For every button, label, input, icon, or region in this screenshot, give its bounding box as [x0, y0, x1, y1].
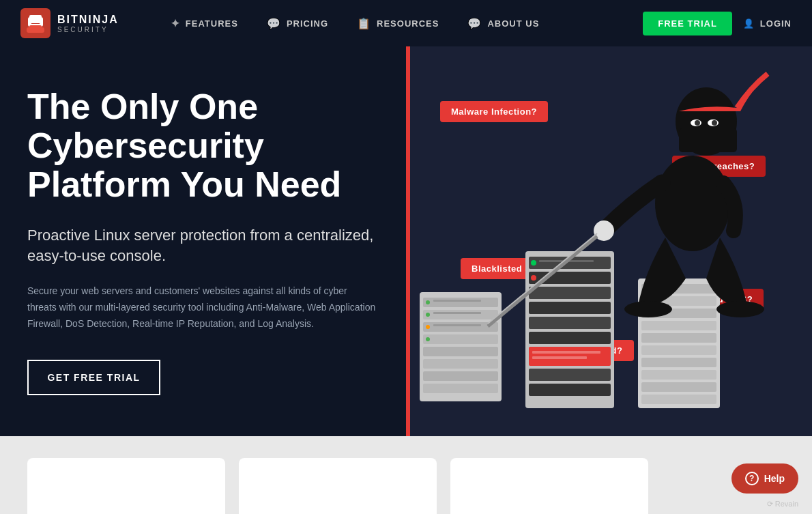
hero-section: The Only One Cybersecurity Platform You …: [0, 46, 812, 436]
ninja-body: [488, 74, 768, 326]
svg-rect-26: [529, 302, 611, 314]
svg-rect-10: [423, 322, 498, 332]
logo[interactable]: BITNINJA SECURITY: [20, 8, 119, 38]
free-trial-button[interactable]: FREE TRIAL: [643, 12, 732, 35]
svg-rect-6: [433, 300, 481, 302]
nav-features[interactable]: ✦ FEATURES: [160, 12, 249, 35]
server-illustration: [406, 46, 812, 411]
svg-rect-15: [423, 347, 498, 356]
svg-point-24: [531, 275, 536, 281]
hero-left: The Only One Cybersecurity Platform You …: [0, 46, 406, 436]
svg-rect-45: [641, 395, 716, 404]
svg-rect-25: [529, 287, 611, 299]
svg-point-8: [426, 313, 430, 317]
nav-right: FREE TRIAL 👤 LOGIN: [643, 12, 792, 35]
brand-name: BITNINJA: [57, 14, 119, 26]
svg-rect-31: [532, 356, 587, 359]
svg-rect-43: [641, 370, 716, 380]
hero-description: Secure your web servers and customers' w…: [27, 283, 379, 332]
logo-svg: [25, 13, 46, 33]
svg-rect-2: [29, 25, 42, 29]
hero-title: The Only One Cybersecurity Platform You …: [27, 87, 379, 205]
svg-rect-28: [529, 332, 611, 344]
svg-rect-44: [641, 382, 716, 392]
navbar: BITNINJA SECURITY ✦ FEATURES 💬 PRICING 📋…: [0, 0, 812, 46]
svg-rect-42: [641, 358, 716, 367]
svg-rect-18: [423, 384, 498, 393]
logo-text: BITNINJA SECURITY: [57, 14, 119, 33]
hero-right: Malware Infection? Data Breaches? Blackl…: [406, 46, 812, 436]
login-button[interactable]: 👤 LOGIN: [743, 18, 792, 29]
svg-rect-12: [433, 324, 481, 326]
about-icon: 💬: [467, 17, 482, 30]
svg-rect-39: [641, 321, 716, 330]
nav-about[interactable]: 💬 ABOUT US: [456, 12, 550, 35]
nav-links: ✦ FEATURES 💬 PRICING 📋 RESOURCES 💬 ABOUT…: [160, 12, 643, 35]
svg-rect-9: [433, 312, 481, 314]
nav-pricing[interactable]: 💬 PRICING: [256, 12, 339, 35]
svg-rect-13: [423, 334, 498, 344]
logo-icon: [20, 8, 50, 38]
svg-rect-7: [423, 310, 498, 319]
review-card-2: [239, 458, 437, 514]
review-card-1: [27, 458, 225, 514]
svg-point-49: [695, 120, 700, 126]
svg-rect-33: [529, 384, 611, 396]
svg-point-56: [624, 301, 672, 317]
brand-sub: SECURITY: [57, 26, 119, 33]
svg-rect-30: [532, 351, 600, 354]
features-icon: ✦: [171, 17, 180, 30]
svg-rect-27: [529, 317, 611, 329]
svg-rect-17: [423, 371, 498, 381]
svg-rect-0: [28, 17, 43, 27]
login-icon: 👤: [743, 18, 755, 29]
svg-rect-16: [423, 359, 498, 369]
svg-point-57: [716, 301, 764, 317]
svg-rect-40: [641, 333, 716, 343]
nav-resources[interactable]: 📋 RESOURCES: [346, 12, 450, 35]
svg-point-50: [712, 120, 717, 126]
bottom-section: [0, 436, 812, 514]
svg-rect-1: [31, 20, 40, 24]
svg-point-52: [655, 156, 730, 251]
pricing-icon: 💬: [267, 17, 281, 30]
help-button[interactable]: ? Help: [731, 463, 798, 494]
get-trial-button[interactable]: GET FREE TRIAL: [27, 360, 160, 395]
svg-point-21: [531, 260, 536, 266]
resources-icon: 📋: [357, 17, 371, 30]
help-circle-icon: ?: [745, 472, 759, 485]
svg-point-14: [426, 337, 430, 341]
revain-watermark: ⟳ Revain: [767, 500, 798, 509]
svg-point-11: [426, 325, 430, 329]
svg-rect-41: [641, 345, 716, 355]
svg-point-5: [426, 300, 430, 304]
svg-rect-32: [529, 369, 611, 381]
svg-rect-51: [679, 128, 737, 152]
review-card-3: [450, 458, 648, 514]
hero-subtitle: Proactive Linux server protection from a…: [27, 225, 379, 268]
svg-rect-4: [423, 298, 498, 307]
